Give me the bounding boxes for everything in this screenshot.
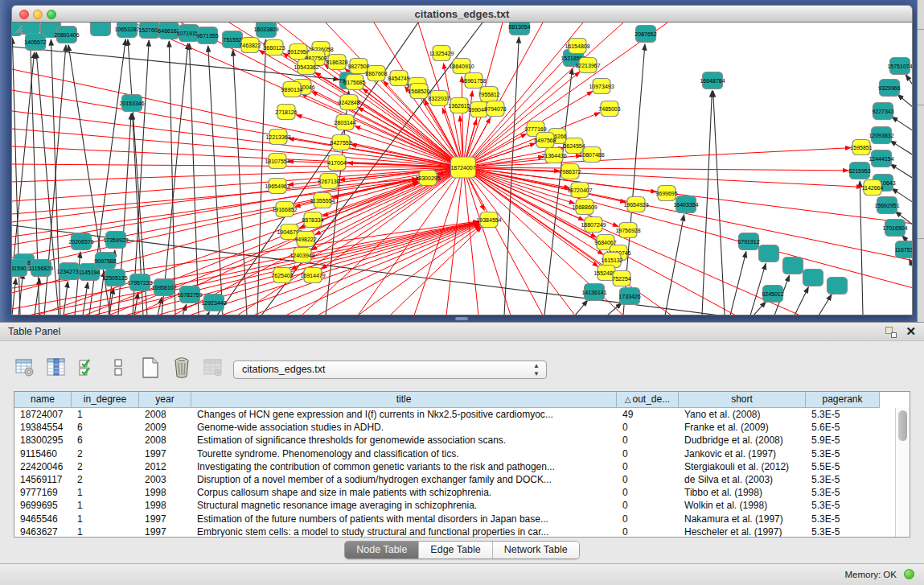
black-edge[interactable] <box>665 215 684 315</box>
table-row[interactable]: 946554611997Estimation of the future num… <box>14 513 895 525</box>
cell-in_degree[interactable]: 1 <box>72 486 139 499</box>
black-edge[interactable] <box>754 302 766 315</box>
cell-in_degree[interactable]: 1 <box>72 499 139 512</box>
cell-title[interactable]: Estimation of the future numbers of pati… <box>191 513 617 525</box>
cell-name[interactable]: 22420046 <box>14 460 72 473</box>
cell-year[interactable]: 2008 <box>139 408 191 421</box>
panel-divider-grip[interactable] <box>455 317 468 320</box>
black-edge[interactable] <box>795 287 808 315</box>
cell-title[interactable]: Corpus callosum shape and size in male p… <box>191 486 617 499</box>
cell-title[interactable]: Investigating the contribution of common… <box>191 460 617 473</box>
cell-year[interactable]: 1998 <box>139 486 191 499</box>
cell-year[interactable]: 2012 <box>139 460 191 473</box>
table-settings-icon[interactable] <box>14 356 36 379</box>
cell-year[interactable]: 1997 <box>139 447 191 460</box>
cell-pagerank[interactable]: 5.9E-5 <box>806 434 880 447</box>
column-header-name[interactable]: name <box>14 392 72 408</box>
cell-in_degree[interactable]: 1 <box>72 408 139 421</box>
graph-node-teal[interactable] <box>827 278 848 295</box>
cell-name[interactable]: 9115460 <box>14 447 72 460</box>
cell-year[interactable]: 1997 <box>139 513 191 525</box>
cell-out_degree[interactable]: 0 <box>617 525 679 537</box>
cell-short[interactable]: Stergiakouli et al. (2012) <box>679 460 806 473</box>
cell-year[interactable]: 1998 <box>139 499 191 512</box>
black-edge[interactable] <box>892 117 913 131</box>
unselect-all-columns-icon[interactable] <box>108 356 130 379</box>
cell-pagerank[interactable]: 5.3E-5 <box>806 513 880 525</box>
black-edge[interactable] <box>819 295 832 315</box>
table-row[interactable]: 1872400712008Changes of HCN gene express… <box>14 408 895 421</box>
cell-name[interactable]: 19384554 <box>14 421 72 434</box>
cell-short[interactable]: de Silva et al. (2003) <box>679 473 806 486</box>
black-edge[interactable] <box>906 75 913 86</box>
black-edge[interactable] <box>890 164 913 179</box>
delete-table-icon[interactable] <box>170 356 193 379</box>
select-all-columns-icon[interactable] <box>76 356 99 379</box>
cell-year[interactable]: 2009 <box>139 421 191 434</box>
cell-pagerank[interactable]: 5.6E-5 <box>806 421 880 434</box>
float-panel-icon[interactable] <box>885 327 897 338</box>
cell-in_degree[interactable]: 2 <box>72 460 139 473</box>
table-row[interactable]: 969969511998Structural magnetic resonanc… <box>14 499 895 512</box>
cell-out_degree[interactable]: 0 <box>617 434 679 447</box>
cell-name[interactable]: 18724007 <box>14 408 72 421</box>
cell-pagerank[interactable]: 5.3E-5 <box>806 408 880 421</box>
cell-name[interactable]: 9463627 <box>14 525 72 537</box>
window-resize-grip[interactable] <box>12 23 23 34</box>
cell-title[interactable]: Tourette syndrome. Phenomenology and cla… <box>191 447 617 460</box>
table-row[interactable]: 1938455462009Genome-wide association stu… <box>14 421 895 434</box>
network-window-titlebar[interactable]: citations_edges.txt <box>11 5 913 23</box>
table-row[interactable]: 1456911722003Disruption of a novel membe… <box>14 473 895 486</box>
column-header-out_degree[interactable]: △out_de... <box>617 392 679 408</box>
cell-pagerank[interactable]: 5.3E-5 <box>806 499 880 512</box>
black-edge[interactable] <box>702 91 712 315</box>
black-edge[interactable] <box>208 46 223 315</box>
black-edge[interactable] <box>860 181 863 315</box>
cell-short[interactable]: Franke et al. (2009) <box>679 421 806 434</box>
graph-node-teal[interactable] <box>91 23 111 36</box>
cell-out_degree[interactable]: 0 <box>617 486 679 499</box>
black-edge[interactable] <box>12 278 16 315</box>
cell-pagerank[interactable]: 5.3E-5 <box>806 447 880 460</box>
cell-pagerank[interactable]: 5.3E-5 <box>806 486 880 499</box>
black-edge[interactable] <box>897 94 913 108</box>
tab-node-table[interactable]: Node Table <box>345 542 419 558</box>
black-edge[interactable] <box>207 312 209 315</box>
network-window[interactable]: citations_edges.txt 14055722089140610653… <box>11 5 913 315</box>
red-edge[interactable] <box>463 167 913 288</box>
cell-in_degree[interactable]: 2 <box>72 447 139 460</box>
black-edge[interactable] <box>575 300 588 315</box>
black-edge[interactable] <box>890 141 913 155</box>
cell-title[interactable]: Embryonic stem cells: a model to study s… <box>191 525 617 537</box>
graph-node-teal[interactable] <box>803 270 823 286</box>
cell-year[interactable]: 2008 <box>139 434 191 447</box>
cell-short[interactable]: Jankovic et al. (1997) <box>679 447 806 460</box>
cell-title[interactable]: Disruption of a novel member of a sodium… <box>191 473 617 486</box>
column-header-in_degree[interactable]: in_degree <box>72 392 139 408</box>
column-header-pagerank[interactable]: pagerank <box>806 392 880 408</box>
cell-name[interactable]: 14569117 <box>14 473 72 486</box>
cell-name[interactable]: 9465546 <box>14 513 72 525</box>
black-edge[interactable] <box>607 303 622 315</box>
scrollbar-thumb[interactable] <box>898 410 907 441</box>
cell-out_degree[interactable]: 49 <box>617 408 679 421</box>
black-edge[interactable] <box>910 259 913 270</box>
column-header-title[interactable]: title <box>191 392 617 408</box>
table-row[interactable]: 946362711997Embryonic stem cells: a mode… <box>14 525 895 537</box>
tab-network-table[interactable]: Network Table <box>493 542 579 558</box>
cell-in_degree[interactable]: 1 <box>72 513 139 525</box>
table-vertical-scrollbar[interactable] <box>895 408 910 537</box>
cell-out_degree[interactable]: 0 <box>617 447 679 460</box>
cell-short[interactable]: Yano et al. (2008) <box>679 408 806 421</box>
column-header-short[interactable]: short <box>679 392 806 408</box>
graph-node-teal[interactable] <box>783 257 803 274</box>
tab-edge-table[interactable]: Edge Table <box>419 542 492 558</box>
column-header-year[interactable]: year <box>139 392 191 408</box>
red-edge[interactable] <box>446 167 463 315</box>
cell-pagerank[interactable]: 5.5E-5 <box>806 460 880 473</box>
cell-in_degree[interactable]: 6 <box>72 434 139 447</box>
red-edge[interactable] <box>463 167 913 261</box>
show-columns-icon[interactable] <box>45 356 68 379</box>
graph-node-teal[interactable] <box>759 245 779 262</box>
cell-title[interactable]: Changes of HCN gene expression and I(f) … <box>191 408 617 421</box>
